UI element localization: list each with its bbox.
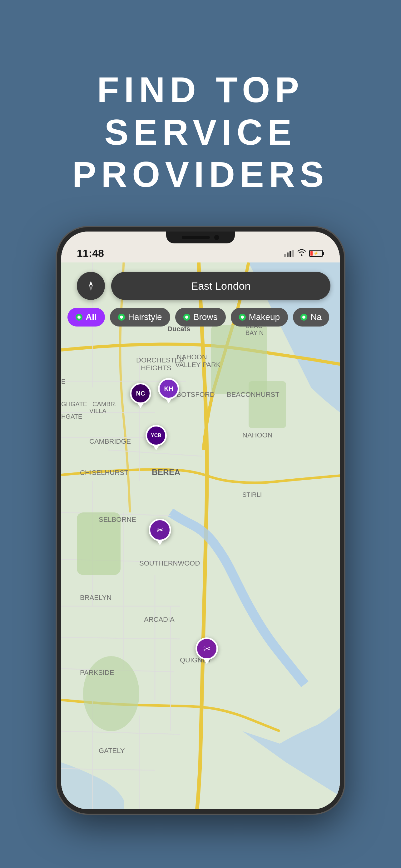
filter-label-all: All [86, 312, 97, 322]
filter-dot-makeup [239, 314, 246, 320]
svg-text:GHGATE: GHGATE [61, 401, 87, 407]
svg-text:VILLA: VILLA [89, 407, 106, 414]
volume-down-button [57, 325, 59, 350]
filter-label-nails: Na [310, 312, 322, 322]
filter-label-makeup: Makeup [249, 312, 280, 322]
svg-text:CHISELHURST: CHISELHURST [80, 469, 128, 476]
battery-icon: ⚡ [309, 250, 324, 257]
signal-bar-1 [284, 254, 286, 257]
svg-text:E: E [61, 378, 65, 385]
speaker [182, 236, 210, 239]
filter-chip-all[interactable]: All [67, 308, 105, 327]
svg-marker-50 [89, 281, 93, 286]
hero-title: FIND TOP SERVICE PROVIDERS [72, 69, 329, 196]
filter-chip-brows[interactable]: Brows [175, 308, 226, 327]
filter-chip-nails[interactable]: Na [293, 308, 329, 327]
svg-text:SELBORNE: SELBORNE [99, 516, 136, 523]
signal-icon [284, 250, 294, 257]
map-pin-1[interactable]: NC [130, 383, 151, 408]
filter-dot-brows [183, 314, 190, 320]
filter-chip-hairstyle[interactable]: Hairstyle [110, 308, 170, 327]
battery-bolt-icon: ⚡ [313, 251, 319, 256]
signal-bar-2 [287, 252, 289, 257]
svg-text:CAMBR.: CAMBR. [93, 401, 117, 407]
svg-text:PARKSIDE: PARKSIDE [80, 669, 114, 677]
signal-bar-3 [290, 251, 291, 257]
camera [214, 235, 219, 240]
location-button[interactable] [77, 272, 105, 300]
svg-text:STIRLI: STIRLI [242, 491, 262, 498]
wifi-icon [297, 249, 306, 258]
svg-text:BEREA: BEREA [152, 467, 180, 477]
battery-tip [323, 252, 324, 255]
map-pin-2[interactable]: KH [158, 378, 179, 403]
map-pin-5[interactable]: ✂ [196, 638, 218, 664]
map-pin-4[interactable]: ✂ [149, 519, 171, 545]
battery-fill [310, 251, 312, 256]
search-pill[interactable]: East London [111, 272, 330, 300]
battery-body: ⚡ [309, 250, 323, 257]
svg-text:VALLEY PARK: VALLEY PARK [175, 361, 221, 369]
filter-label-brows: Brows [193, 312, 218, 322]
svg-point-23 [83, 656, 139, 731]
svg-marker-51 [89, 286, 93, 291]
compass-icon [85, 280, 97, 292]
map-svg: DORCHESTER HEIGHTS NAHOON VALLEY PARK AB… [61, 262, 340, 809]
svg-text:BRAELYN: BRAELYN [80, 594, 111, 601]
filter-dot-hairstyle [118, 314, 125, 320]
map-area: DORCHESTER HEIGHTS NAHOON VALLEY PARK AB… [61, 262, 340, 809]
map-controls: East London [67, 272, 340, 300]
search-location-text: East London [191, 280, 251, 292]
svg-text:BEACONHURST: BEACONHURST [227, 391, 279, 398]
svg-text:HEIGHTS: HEIGHTS [141, 364, 171, 372]
svg-rect-22 [248, 381, 286, 428]
volume-up-button [57, 294, 59, 319]
svg-text:ARCADIA: ARCADIA [144, 616, 175, 623]
svg-text:HGATE: HGATE [61, 413, 82, 420]
phone-frame: 11:48 [57, 227, 344, 814]
svg-text:CAMBRIDGE: CAMBRIDGE [89, 437, 131, 445]
filter-bar: All Hairstyle Brows [67, 308, 329, 327]
svg-text:BAY N: BAY N [245, 329, 264, 336]
notch [166, 231, 235, 243]
filter-dot-nails [300, 314, 307, 320]
filter-chip-makeup[interactable]: Makeup [231, 308, 288, 327]
power-button [342, 313, 344, 350]
svg-text:NAHOON: NAHOON [242, 431, 273, 439]
svg-text:NAHOON: NAHOON [177, 353, 207, 361]
svg-text:SOUTHERNWOOD: SOUTHERNWOOD [139, 559, 200, 567]
phone-wrapper: 11:48 [57, 227, 344, 814]
hero-section: FIND TOP SERVICE PROVIDERS [41, 0, 360, 227]
status-time: 11:48 [77, 247, 104, 259]
filter-dot-all [75, 314, 82, 320]
filter-label-hairstyle: Hairstyle [128, 312, 162, 322]
status-icons: ⚡ [284, 249, 324, 258]
map-pin-3[interactable]: YCB [145, 425, 167, 450]
svg-text:GATELY: GATELY [99, 747, 125, 754]
signal-bar-4 [292, 250, 294, 257]
